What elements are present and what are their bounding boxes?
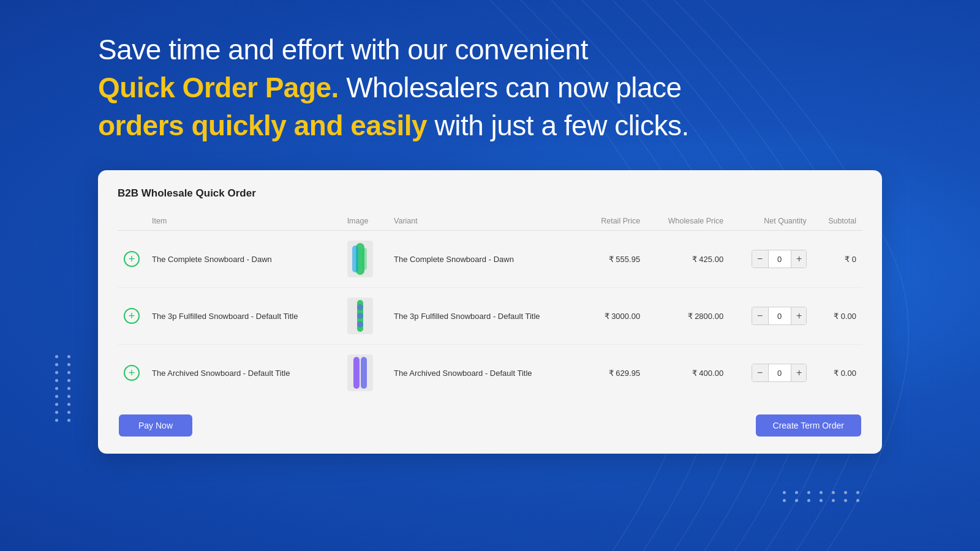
item-name: The Complete Snowboard - Dawn	[146, 231, 341, 288]
svg-rect-3	[362, 248, 367, 270]
decorative-dots-right	[783, 491, 864, 502]
wholesale-price: ₹ 400.00	[646, 345, 729, 402]
hero-line1: Save time and effort with our convenient	[98, 34, 588, 66]
subtotal: ₹ 0.00	[813, 345, 862, 402]
add-cell: +	[118, 231, 146, 288]
col-wholesale: Wholesale Price	[646, 212, 729, 231]
col-retail: Retail Price	[583, 212, 646, 231]
variant-name: The Complete Snowboard - Dawn	[388, 231, 583, 288]
add-cell: +	[118, 345, 146, 402]
quantity-input[interactable]	[768, 364, 791, 381]
quantity-increase-button[interactable]: +	[791, 364, 807, 381]
retail-price: ₹ 555.95	[583, 231, 646, 288]
quantity-stepper: − +	[752, 250, 807, 268]
variant-name: The 3p Fulfilled Snowboard - Default Tit…	[388, 288, 583, 345]
item-name: The Archived Snowboard - Default Title	[146, 345, 341, 402]
subtotal: ₹ 0	[813, 231, 862, 288]
product-image-cell	[341, 231, 388, 288]
quantity-stepper: − +	[752, 364, 807, 382]
hero-line2: Wholesalers can now place	[339, 72, 682, 103]
product-image	[347, 241, 373, 277]
add-item-icon[interactable]: +	[124, 251, 140, 267]
svg-point-6	[357, 304, 363, 310]
svg-rect-9	[347, 354, 373, 391]
quantity-increase-button[interactable]: +	[791, 250, 807, 268]
quantity-cell: − +	[729, 231, 813, 288]
variant-name: The Archived Snowboard - Default Title	[388, 345, 583, 402]
wholesale-price: ₹ 2800.00	[646, 288, 729, 345]
col-variant: Variant	[388, 212, 583, 231]
col-image: Image	[341, 212, 388, 231]
table-row: + The Complete Snowboard - Dawn The Comp…	[118, 231, 862, 288]
quantity-input[interactable]	[768, 307, 791, 324]
product-image-cell	[341, 288, 388, 345]
col-qty: Net Quantity	[729, 212, 813, 231]
svg-rect-11	[361, 357, 367, 389]
quantity-cell: − +	[729, 288, 813, 345]
quantity-input[interactable]	[768, 250, 791, 268]
hero-highlight2: orders quickly and easily	[98, 110, 427, 141]
svg-point-7	[357, 313, 363, 319]
add-item-icon[interactable]: +	[124, 308, 140, 324]
svg-point-8	[357, 321, 363, 328]
product-image	[347, 354, 373, 391]
button-row: Pay Now Create Term Order	[118, 414, 862, 437]
quantity-decrease-button[interactable]: −	[752, 250, 768, 268]
card-title: B2B Wholesale Quick Order	[118, 187, 862, 200]
quantity-decrease-button[interactable]: −	[752, 307, 768, 324]
quantity-stepper: − +	[752, 307, 807, 325]
quantity-decrease-button[interactable]: −	[752, 364, 768, 381]
product-image	[347, 298, 373, 334]
quick-order-card: B2B Wholesale Quick Order Item Image Var…	[98, 170, 882, 454]
pay-now-button[interactable]: Pay Now	[119, 414, 192, 437]
table-row: + The Archived Snowboard - Default Title…	[118, 345, 862, 402]
item-name: The 3p Fulfilled Snowboard - Default Tit…	[146, 288, 341, 345]
retail-price: ₹ 629.95	[583, 345, 646, 402]
subtotal: ₹ 0.00	[813, 288, 862, 345]
svg-rect-10	[353, 357, 360, 389]
col-subtotal: Subtotal	[813, 212, 862, 231]
product-image-cell	[341, 345, 388, 402]
create-term-order-button[interactable]: Create Term Order	[756, 414, 861, 437]
retail-price: ₹ 3000.00	[583, 288, 646, 345]
add-cell: +	[118, 288, 146, 345]
table-row: + The 3p Fulfilled Snowboard - Default T…	[118, 288, 862, 345]
hero-text: Save time and effort with our convenient…	[98, 31, 882, 144]
col-item: Item	[146, 212, 341, 231]
wholesale-price: ₹ 425.00	[646, 231, 729, 288]
quantity-cell: − +	[729, 345, 813, 402]
order-table: Item Image Variant Retail Price Wholesal…	[118, 212, 862, 401]
hero-line3: with just a few clicks.	[427, 110, 689, 141]
quantity-increase-button[interactable]: +	[791, 307, 807, 324]
hero-highlight1: Quick Order Page.	[98, 72, 339, 103]
add-item-icon[interactable]: +	[124, 365, 140, 381]
svg-rect-2	[352, 246, 358, 272]
